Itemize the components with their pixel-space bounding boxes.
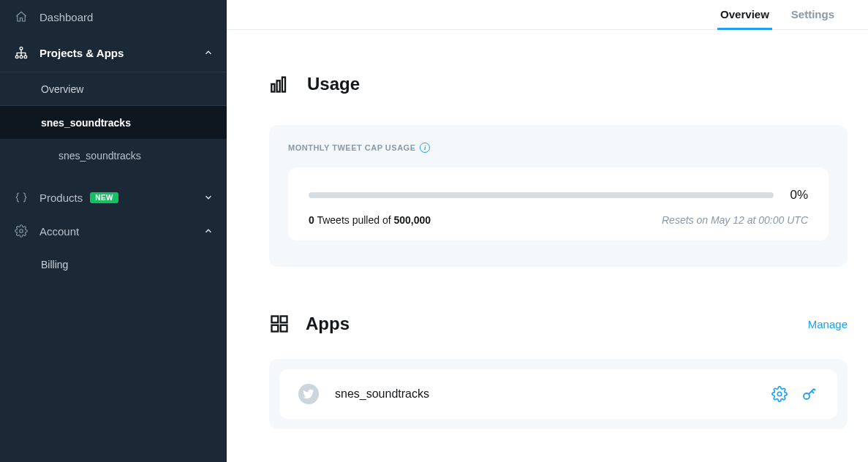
- svg-rect-5: [271, 84, 274, 92]
- progress-row: 0%: [309, 188, 808, 202]
- svg-rect-10: [281, 317, 287, 323]
- sidebar-subitem-overview[interactable]: Overview: [0, 72, 227, 105]
- sidebar-subitem-billing[interactable]: Billing: [0, 248, 227, 281]
- sidebar-subsubitem-app[interactable]: snes_soundtracks: [0, 139, 227, 172]
- tab-label-settings: Settings: [791, 8, 834, 20]
- section-head-usage: Usage: [269, 74, 848, 94]
- usage-cap-total: 500,000: [394, 214, 431, 226]
- sidebar-label-overview: Overview: [41, 83, 83, 95]
- usage-stat-row: 0 Tweets pulled of 500,000 Resets on May…: [309, 214, 808, 226]
- svg-point-14: [804, 393, 809, 399]
- section-title-apps: Apps: [306, 314, 350, 334]
- chevron-down-icon: [203, 192, 214, 202]
- app-name: snes_soundtracks: [335, 387, 429, 401]
- usage-pulled: 0 Tweets pulled of 500,000: [309, 214, 431, 226]
- usage-cap-label-row: MONTHLY TWEET CAP USAGE i: [288, 143, 829, 153]
- usage-cap-label: MONTHLY TWEET CAP USAGE: [288, 143, 415, 152]
- sidebar-item-account[interactable]: Account: [0, 214, 227, 248]
- sidebar-label-products: Products: [39, 192, 83, 204]
- sidebar: Dashboard Projects & Apps Overview snes_…: [0, 0, 227, 462]
- svg-rect-11: [272, 325, 279, 332]
- usage-inner-card: 0% 0 Tweets pulled of 500,000 Resets on …: [288, 167, 829, 241]
- usage-card: MONTHLY TWEET CAP USAGE i 0% 0 Tweets pu…: [269, 125, 848, 267]
- tab-settings[interactable]: Settings: [788, 8, 837, 30]
- home-icon: [13, 10, 29, 23]
- usage-resets: Resets on May 12 at 00:00 UTC: [662, 214, 808, 226]
- sidebar-subitem-project[interactable]: snes_soundtracks: [0, 106, 227, 139]
- sidebar-item-dashboard[interactable]: Dashboard: [0, 0, 227, 34]
- svg-rect-12: [281, 325, 287, 332]
- chart-icon: [269, 74, 291, 94]
- twitter-icon: [298, 384, 319, 404]
- app-row[interactable]: snes_soundtracks: [279, 369, 837, 419]
- apps-card: snes_soundtracks: [269, 359, 848, 429]
- svg-point-13: [777, 392, 782, 396]
- svg-rect-9: [272, 317, 279, 323]
- sidebar-section-projects[interactable]: Projects & Apps: [0, 34, 227, 72]
- info-icon[interactable]: i: [420, 143, 430, 153]
- svg-point-2: [20, 56, 23, 58]
- svg-point-3: [24, 56, 27, 58]
- braces-icon: [13, 191, 29, 204]
- grid-icon: [269, 314, 290, 334]
- svg-point-4: [20, 230, 23, 233]
- chevron-up-icon: [203, 226, 214, 236]
- app-settings-button[interactable]: [771, 385, 788, 403]
- svg-rect-7: [282, 77, 285, 92]
- usage-pulled-text: Tweets pulled of: [314, 214, 394, 226]
- sidebar-label-project: snes_soundtracks: [41, 117, 131, 129]
- sidebar-label-billing: Billing: [41, 259, 68, 270]
- sidebar-item-products[interactable]: Products NEW: [0, 181, 227, 214]
- sidebar-label-app: snes_soundtracks: [59, 150, 141, 162]
- app-keys-button[interactable]: [801, 385, 818, 403]
- section-title-usage: Usage: [307, 74, 360, 94]
- manage-link[interactable]: Manage: [808, 318, 848, 330]
- main-content: Overview Settings Usage MONTHLY TWEET CA…: [227, 0, 868, 462]
- new-badge: NEW: [90, 192, 118, 203]
- progress-bar: [309, 192, 774, 198]
- tab-label-overview: Overview: [720, 8, 769, 20]
- sidebar-label-dashboard: Dashboard: [39, 11, 93, 23]
- usage-pulled-count: 0: [309, 214, 314, 226]
- app-actions: [771, 385, 818, 403]
- section-head-apps: Apps: [269, 314, 350, 334]
- svg-rect-6: [277, 80, 280, 91]
- usage-percent: 0%: [790, 188, 808, 202]
- sidebar-label-projects: Projects & Apps: [39, 47, 124, 59]
- sidebar-label-account: Account: [39, 225, 79, 238]
- svg-point-1: [15, 56, 18, 58]
- hierarchy-icon: [13, 45, 29, 60]
- gear-icon: [13, 224, 29, 238]
- chevron-up-icon: [203, 48, 214, 58]
- tab-overview[interactable]: Overview: [717, 8, 772, 30]
- tabbar: Overview Settings: [227, 0, 868, 30]
- svg-point-0: [20, 47, 23, 50]
